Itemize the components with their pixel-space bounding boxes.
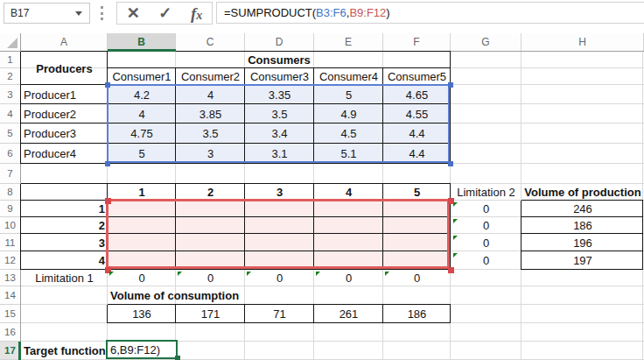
row-header-4[interactable]: 4 bbox=[0, 104, 20, 124]
cell-D6-rate[interactable]: 3.1 bbox=[245, 144, 314, 164]
range-handle-B3F6[interactable] bbox=[105, 82, 110, 88]
cell-D5-rate[interactable]: 3.4 bbox=[245, 124, 314, 144]
cell-D12-plan-value[interactable] bbox=[245, 251, 314, 270]
cell-F6-rate[interactable]: 4.4 bbox=[383, 144, 451, 164]
cell-F9-plan-value[interactable] bbox=[383, 201, 451, 217]
cell-B10-plan-value[interactable] bbox=[108, 217, 176, 234]
range-handle-B9F12[interactable] bbox=[448, 267, 454, 273]
row-header-3[interactable]: 3 bbox=[0, 85, 20, 104]
column-header-F[interactable]: F bbox=[383, 33, 451, 51]
cell-E9-plan-value[interactable] bbox=[314, 201, 383, 217]
row-header-17[interactable]: 17 bbox=[0, 342, 20, 360]
cell-E11-plan-value[interactable] bbox=[314, 234, 383, 251]
cell-B11-plan-value[interactable] bbox=[108, 234, 176, 251]
cell-F15-consumption-value[interactable]: 186 bbox=[383, 305, 451, 323]
cell-A11-plan-row-index[interactable]: 3 bbox=[21, 234, 108, 251]
cell-E12-plan-value[interactable] bbox=[314, 251, 383, 270]
cell-A1-producers-label[interactable]: Producers bbox=[21, 52, 108, 85]
row-header-1[interactable]: 1 bbox=[0, 52, 20, 68]
cell-C15-consumption-value[interactable]: 171 bbox=[176, 305, 245, 323]
cell-C4-rate[interactable]: 3.85 bbox=[176, 104, 245, 124]
cell-F11-plan-value[interactable] bbox=[383, 234, 451, 251]
cell-D3-rate[interactable]: 3.35 bbox=[245, 85, 314, 104]
column-header-C[interactable]: C bbox=[176, 33, 245, 51]
column-header-G[interactable]: G bbox=[451, 33, 522, 51]
column-header-E[interactable]: E bbox=[314, 33, 383, 51]
cell-C3-rate[interactable]: 4 bbox=[176, 85, 245, 104]
cell-C11-plan-value[interactable] bbox=[176, 234, 245, 251]
row-header-9[interactable]: 9 bbox=[0, 201, 20, 217]
cell-H10-production-value[interactable]: 186 bbox=[522, 217, 644, 234]
cell-G12-limitation2-value[interactable]: 0 bbox=[451, 251, 522, 270]
cell-F13-limitation1-value[interactable]: 0 bbox=[383, 270, 451, 286]
cell-H9-production-value[interactable]: 246 bbox=[522, 201, 644, 217]
range-handle-B3F6[interactable] bbox=[448, 82, 453, 88]
column-header-A[interactable]: A bbox=[21, 33, 108, 51]
cell-E8-plan-col-index[interactable]: 4 bbox=[314, 184, 383, 201]
column-header-B[interactable]: B bbox=[108, 33, 176, 51]
fill-handle[interactable] bbox=[175, 356, 180, 360]
cell-A17-target-label[interactable]: Target function bbox=[21, 342, 108, 360]
cell-F3-rate[interactable]: 4.65 bbox=[383, 85, 451, 104]
cell-D10-plan-value[interactable] bbox=[245, 217, 314, 234]
cell-B4-rate[interactable]: 4 bbox=[108, 104, 176, 124]
cell-B8-plan-col-index[interactable]: 1 bbox=[108, 184, 176, 201]
row-header-11[interactable]: 11 bbox=[0, 234, 20, 251]
row-header-16[interactable]: 16 bbox=[0, 323, 20, 342]
cell-D13-limitation1-value[interactable]: 0 bbox=[245, 270, 314, 286]
cell-H12-production-value[interactable]: 197 bbox=[522, 251, 644, 270]
row-header-15[interactable]: 15 bbox=[0, 305, 20, 323]
row-header-8[interactable]: 8 bbox=[0, 184, 20, 201]
row-header-13[interactable]: 13 bbox=[0, 270, 20, 286]
cell-B12-plan-value[interactable] bbox=[108, 251, 176, 270]
cell-F10-plan-value[interactable] bbox=[383, 217, 451, 234]
row-header-10[interactable]: 10 bbox=[0, 217, 20, 234]
active-cell-editor[interactable]: 6,B9:F12) bbox=[106, 340, 178, 359]
cell-G10-limitation2-value[interactable]: 0 bbox=[451, 217, 522, 234]
cell-F4-rate[interactable]: 4.55 bbox=[383, 104, 451, 124]
cell-C10-plan-value[interactable] bbox=[176, 217, 245, 234]
row-header-5[interactable]: 5 bbox=[0, 124, 20, 144]
column-header-H[interactable]: H bbox=[522, 33, 644, 51]
cell-A6-producer-header[interactable]: Producer4 bbox=[21, 144, 108, 164]
cell-A13-limitation1-label[interactable]: Limitation 1 bbox=[21, 270, 108, 286]
cell-F8-plan-col-index[interactable]: 5 bbox=[383, 184, 451, 201]
cell-B1-consumers-label[interactable]: Consumers bbox=[108, 52, 451, 68]
cell-C8-plan-col-index[interactable]: 2 bbox=[176, 184, 245, 201]
cell-B9-plan-value[interactable] bbox=[108, 201, 176, 217]
cell-F12-plan-value[interactable] bbox=[383, 251, 451, 270]
cell-A3-producer-header[interactable]: Producer1 bbox=[21, 85, 108, 104]
cell-B3-rate[interactable]: 4.2 bbox=[108, 85, 176, 104]
cell-B5-rate[interactable]: 4.75 bbox=[108, 124, 176, 144]
cell-E2-consumer-header[interactable]: Consumer4 bbox=[314, 68, 383, 85]
range-handle-B3F6[interactable] bbox=[448, 161, 453, 166]
cell-E10-plan-value[interactable] bbox=[314, 217, 383, 234]
cell-F2-consumer-header[interactable]: Consumer5 bbox=[383, 68, 451, 85]
cell-B15-consumption-value[interactable]: 136 bbox=[108, 305, 176, 323]
cell-C9-plan-value[interactable] bbox=[176, 201, 245, 217]
cell-G11-limitation2-value[interactable]: 0 bbox=[451, 234, 522, 251]
cell-E6-rate[interactable]: 5.1 bbox=[314, 144, 383, 164]
cell-D4-rate[interactable]: 3.5 bbox=[245, 104, 314, 124]
cell-A12-plan-row-index[interactable]: 4 bbox=[21, 251, 108, 270]
cell-D15-consumption-value[interactable]: 71 bbox=[245, 305, 314, 323]
cell-B13-limitation1-value[interactable]: 0 bbox=[108, 270, 176, 286]
cell-A5-producer-header[interactable]: Producer3 bbox=[21, 124, 108, 144]
cell-E3-rate[interactable]: 5 bbox=[314, 85, 383, 104]
cell-D8-plan-col-index[interactable]: 3 bbox=[245, 184, 314, 201]
cell-E13-limitation1-value[interactable]: 0 bbox=[314, 270, 383, 286]
cell-H11-production-value[interactable]: 196 bbox=[522, 234, 644, 251]
cell-A4-producer-header[interactable]: Producer2 bbox=[21, 104, 108, 124]
row-header-7[interactable]: 7 bbox=[0, 164, 20, 184]
cell-C12-plan-value[interactable] bbox=[176, 251, 245, 270]
cell-C13-limitation1-value[interactable]: 0 bbox=[176, 270, 245, 286]
cell-G8-limitation2-label[interactable]: Limitation 2 bbox=[451, 184, 522, 201]
row-header-2[interactable]: 2 bbox=[0, 68, 20, 85]
cell-E5-rate[interactable]: 4.5 bbox=[314, 124, 383, 144]
cell-C6-rate[interactable]: 3 bbox=[176, 144, 245, 164]
row-header-12[interactable]: 12 bbox=[0, 251, 20, 270]
cell-B14-consumption-label[interactable]: Volume of consumption bbox=[108, 286, 245, 305]
cell-H8-production-label[interactable]: Volume of production bbox=[522, 184, 644, 201]
cell-C2-consumer-header[interactable]: Consumer2 bbox=[176, 68, 245, 85]
cell-E4-rate[interactable]: 4.9 bbox=[314, 104, 383, 124]
